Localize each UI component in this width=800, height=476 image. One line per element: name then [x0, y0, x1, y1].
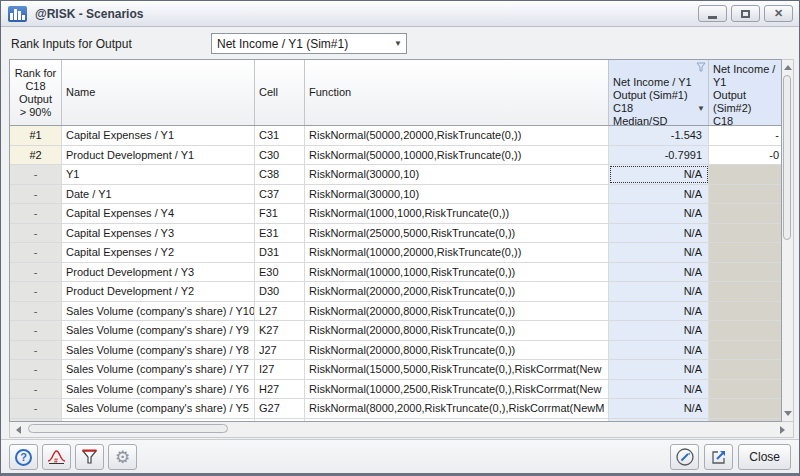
sim1-value-cell[interactable]: N/A [609, 380, 709, 399]
funnel-icon [81, 449, 98, 465]
function-cell: RiskNormal(50000,20000,RiskTruncate(0,)) [305, 126, 609, 145]
scroll-right-icon[interactable] [780, 426, 785, 434]
sim2-value-cell[interactable] [709, 165, 781, 184]
horizontal-scrollbar[interactable] [9, 422, 794, 438]
close-window-button[interactable]: ✕ [764, 5, 793, 22]
svg-text:#: # [54, 456, 58, 463]
cell-ref-cell: E30 [255, 263, 305, 282]
sim2-value-cell[interactable] [709, 302, 781, 321]
table-row[interactable]: - Sales Volume (company's share) / Y8 J2… [10, 341, 781, 361]
header-sim1[interactable]: Net Income / Y1 Output (Sim#1) C18 Media… [609, 60, 709, 125]
table-row[interactable]: - Sales Volume (company's share) / Y9 K2… [10, 321, 781, 341]
sim2-value-cell[interactable] [709, 399, 781, 418]
chevron-down-icon[interactable]: ▼ [390, 39, 406, 48]
sim2-value-cell[interactable]: -0 [709, 146, 781, 165]
table-row[interactable]: - Capital Expenses / Y4 F31 RiskNormal(1… [10, 204, 781, 224]
sim2-value-cell[interactable] [709, 360, 781, 379]
output-dropdown[interactable]: Net Income / Y1 (Sim#1) ▼ [211, 33, 407, 54]
app-barchart-icon [8, 6, 27, 22]
sim1-value-cell[interactable]: N/A [609, 360, 709, 379]
name-cell: Sales Volume (company's share) / Y7 [62, 360, 255, 379]
table-row[interactable]: - Capital Expenses / Y3 E31 RiskNormal(2… [10, 224, 781, 244]
sim1-value-cell[interactable]: N/A [609, 399, 709, 418]
sim1-value-cell[interactable]: N/A [609, 243, 709, 262]
sim1-value-cell[interactable]: N/A [609, 224, 709, 243]
maximize-button[interactable] [731, 5, 760, 22]
sim2-value-cell[interactable] [709, 204, 781, 223]
pencil-circle-icon [675, 447, 695, 467]
cell-ref-cell: C30 [255, 146, 305, 165]
table-row[interactable]: - Y1 C38 RiskNormal(30000,10) N/A [10, 165, 781, 185]
sim2-value-cell[interactable]: - [709, 126, 781, 145]
edit-report-button[interactable] [670, 444, 699, 470]
rank-cell: - [10, 399, 62, 418]
titlebar[interactable]: @RISK - Scenarios ✕ [1, 1, 799, 27]
rank-cell: - [10, 185, 62, 204]
sim1-value-cell[interactable]: N/A [609, 282, 709, 301]
sim1-value-cell[interactable]: N/A [609, 185, 709, 204]
header-rank[interactable]: Rank for C18 Output > 90% [10, 60, 62, 125]
help-button[interactable]: ? [9, 444, 38, 470]
sim1-value-cell[interactable]: N/A [609, 302, 709, 321]
table-row[interactable]: - Product Development / Y3 E30 RiskNorma… [10, 263, 781, 283]
table-row[interactable]: - Sales Volume (company's share) / Y7 I2… [10, 360, 781, 380]
scroll-up-icon[interactable] [784, 65, 792, 70]
export-button[interactable] [704, 444, 733, 470]
sim1-value-cell[interactable]: N/A [609, 341, 709, 360]
sim1-value-cell[interactable]: N/A [609, 204, 709, 223]
sim1-value-cell[interactable]: -1.543 [609, 126, 709, 145]
name-cell: Sales Volume (company's share) / Y8 [62, 341, 255, 360]
close-button[interactable]: Close [738, 444, 791, 470]
table-row[interactable]: - Sales Volume (company's share) / Y10 L… [10, 302, 781, 322]
rank-cell: - [10, 282, 62, 301]
cell-ref-cell: E31 [255, 224, 305, 243]
header-cell[interactable]: Cell [255, 60, 305, 125]
help-icon: ? [15, 449, 32, 466]
table-row[interactable]: - Sales Volume (company's share) / Y6 H2… [10, 380, 781, 400]
sim2-value-cell[interactable] [709, 380, 781, 399]
sim1-value-cell[interactable]: N/A [609, 321, 709, 340]
filter-button[interactable] [75, 444, 104, 470]
header-sim2[interactable]: Net Income / Y1 Output (Sim#2) C18 Media… [709, 60, 781, 125]
table-row[interactable]: - Date / Y1 C37 RiskNormal(30000,10) N/A [10, 185, 781, 205]
table-row[interactable]: - Product Development / Y2 D30 RiskNorma… [10, 282, 781, 302]
table-row[interactable]: #2 Product Development / Y1 C30 RiskNorm… [10, 146, 781, 166]
cell-ref-cell: D30 [255, 282, 305, 301]
sim1-value-cell[interactable]: N/A [609, 165, 709, 184]
sim2-value-cell[interactable] [709, 341, 781, 360]
risk-scenarios-window: @RISK - Scenarios ✕ Rank Inputs for Outp… [0, 0, 800, 476]
distribution-button[interactable]: # [42, 444, 71, 470]
rank-inputs-label: Rank Inputs for Output [11, 37, 132, 51]
cell-ref-cell: G27 [255, 399, 305, 418]
scroll-down-icon[interactable] [784, 411, 792, 416]
table-header-row: Rank for C18 Output > 90% Name Cell Func… [10, 60, 781, 126]
header-dropdown-icon[interactable]: ▼ [697, 102, 705, 115]
sim2-value-cell[interactable] [709, 224, 781, 243]
header-function[interactable]: Function [305, 60, 609, 125]
sim1-value-cell[interactable]: N/A [609, 263, 709, 282]
sim1-value-cell[interactable]: -0.7991 [609, 146, 709, 165]
table-body: #1 Capital Expenses / Y1 C31 RiskNormal(… [10, 126, 781, 422]
settings-button[interactable]: ⚙ [108, 444, 137, 470]
scroll-left-icon[interactable] [16, 426, 21, 434]
minimize-button[interactable] [698, 5, 727, 22]
cell-ref-cell: C37 [255, 185, 305, 204]
table-row[interactable]: #1 Capital Expenses / Y1 C31 RiskNormal(… [10, 126, 781, 146]
rank-cell: #1 [10, 126, 62, 145]
function-cell: RiskNormal(15000,5000,RiskTruncate(0,),R… [305, 360, 609, 379]
sim2-value-cell[interactable] [709, 282, 781, 301]
header-name[interactable]: Name [62, 60, 255, 125]
filter-funnel-icon[interactable] [696, 62, 706, 72]
sim2-value-cell[interactable] [709, 263, 781, 282]
sim2-value-cell[interactable] [709, 243, 781, 262]
vertical-scrollbar[interactable] [782, 59, 794, 422]
maximize-icon [741, 10, 750, 18]
sim2-value-cell[interactable] [709, 321, 781, 340]
minimize-icon [708, 16, 717, 19]
horizontal-scroll-thumb[interactable] [28, 424, 228, 433]
sim2-value-cell[interactable] [709, 185, 781, 204]
output-dropdown-value: Net Income / Y1 (Sim#1) [212, 37, 390, 51]
table-row[interactable]: - Sales Volume (company's share) / Y5 G2… [10, 399, 781, 419]
vertical-scroll-thumb[interactable] [783, 75, 791, 240]
table-row[interactable]: - Capital Expenses / Y2 D31 RiskNormal(1… [10, 243, 781, 263]
